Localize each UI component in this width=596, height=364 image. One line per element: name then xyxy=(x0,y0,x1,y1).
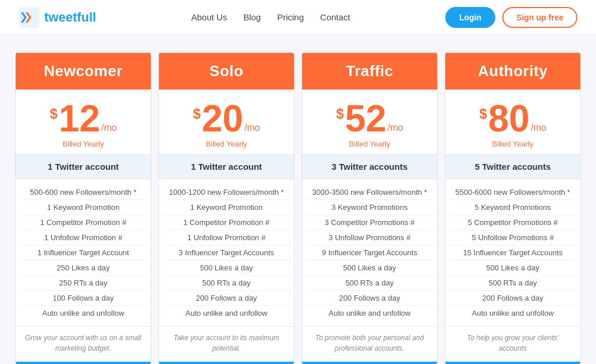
plan-card-solo: Solo $ 20 /mo Billed Yearly 1 Twitter ac… xyxy=(158,52,295,364)
per-month: /mo xyxy=(531,123,547,133)
plan-bottom-bar-solo xyxy=(159,362,294,364)
plan-name-authority: Authority xyxy=(445,53,580,90)
feature-item: Auto unlike and unfollow xyxy=(20,306,146,320)
feature-item: 5500-6000 new Followers/month * xyxy=(450,185,576,200)
feature-item: 1 Unfollow Promotion # xyxy=(20,230,146,245)
plan-card-authority: Authority $ 80 /mo Billed Yearly 5 Twitt… xyxy=(445,52,581,364)
price-value: 52 xyxy=(345,100,386,137)
plan-price-authority: $ 80 /mo xyxy=(479,100,546,137)
feature-item: 500 Likes a day xyxy=(450,260,576,276)
feature-item: 1 Keyword Promotion xyxy=(20,200,146,215)
plan-accounts-traffic: 3 Twitter accounts xyxy=(302,155,437,179)
feature-item: 1 Competitor Promotion # xyxy=(164,215,289,230)
dollar-sign: $ xyxy=(336,107,343,121)
plan-price-section-newcomer: $ 12 /mo Billed Yearly xyxy=(16,90,151,155)
plan-price-newcomer: $ 12 /mo xyxy=(49,100,116,137)
plan-tagline-authority: To help you grow your clients' accounts xyxy=(445,326,580,362)
nav-blog[interactable]: Blog xyxy=(243,12,261,22)
feature-item: 3 Competitor Promotions # xyxy=(307,215,432,230)
price-value: 20 xyxy=(202,100,243,137)
nav-links: About Us Blog Pricing Contact xyxy=(191,12,350,22)
feature-item: 5 Keyword Promotions xyxy=(450,200,576,215)
feature-item: 500 Likes a day xyxy=(164,260,289,276)
plan-card-newcomer: Newcomer $ 12 /mo Billed Yearly 1 Twitte… xyxy=(15,52,151,364)
plan-price-section-traffic: $ 52 /mo Billed Yearly xyxy=(302,90,437,155)
feature-item: 1 Competitor Promotion # xyxy=(20,215,146,230)
navbar: tweetfull About Us Blog Pricing Contact … xyxy=(0,0,596,35)
plan-features-authority: 5500-6000 new Followers/month *5 Keyword… xyxy=(445,179,580,326)
login-button[interactable]: Login xyxy=(445,7,495,28)
plan-features-traffic: 3000-3500 new Followers/month *3 Keyword… xyxy=(302,179,437,326)
feature-item: 5 Competitor Promotions # xyxy=(450,215,576,230)
plan-card-traffic: Traffic $ 52 /mo Billed Yearly 3 Twitter… xyxy=(301,52,438,364)
feature-item: 100 Follows a day xyxy=(20,291,146,306)
feature-item: 250 Likes a day xyxy=(20,260,146,276)
feature-item: 500 Likes a day xyxy=(307,260,432,276)
logo[interactable]: tweetfull xyxy=(19,7,96,28)
dollar-sign: $ xyxy=(479,107,487,121)
nav-about[interactable]: About Us xyxy=(191,12,227,22)
feature-item: 200 Follows a day xyxy=(307,291,432,306)
logo-text: tweetfull xyxy=(44,10,96,25)
nav-pricing[interactable]: Pricing xyxy=(277,12,304,22)
per-month: /mo xyxy=(101,123,117,133)
plan-price-section-authority: $ 80 /mo Billed Yearly xyxy=(445,90,580,155)
billing-period-traffic: Billed Yearly xyxy=(308,140,431,148)
per-month: /mo xyxy=(244,123,260,133)
feature-item: 1000-1200 new Followers/month * xyxy=(164,185,289,200)
plan-name-newcomer: Newcomer xyxy=(16,53,151,90)
feature-item: 15 Influencer Target Accounts xyxy=(450,245,576,260)
feature-item: 1 Keyword Promotion xyxy=(164,200,289,215)
nav-contact[interactable]: Contact xyxy=(320,12,350,22)
feature-item: Auto unlike and unfollow xyxy=(450,306,576,320)
signup-button[interactable]: Sign up free xyxy=(502,7,577,28)
plan-bottom-bar-authority xyxy=(445,362,580,364)
price-value: 80 xyxy=(488,100,530,137)
plan-price-traffic: $ 52 /mo xyxy=(336,100,403,137)
plan-tagline-solo: Take your account to its maximum potenti… xyxy=(159,326,294,362)
billing-period-newcomer: Billed Yearly xyxy=(22,140,145,148)
price-value: 12 xyxy=(59,100,100,137)
plan-price-section-solo: $ 20 /mo Billed Yearly xyxy=(159,90,294,155)
plan-features-solo: 1000-1200 new Followers/month *1 Keyword… xyxy=(159,179,294,326)
feature-item: 500 RTs a day xyxy=(307,276,432,291)
feature-item: 500-600 new Followers/month * xyxy=(20,185,146,200)
feature-item: 250 RTs a day xyxy=(20,276,146,291)
feature-item: 500 RTs a day xyxy=(450,276,576,291)
plan-tagline-traffic: To promote both your personal and profes… xyxy=(302,326,437,362)
plan-accounts-solo: 1 Twitter account xyxy=(159,155,294,179)
billing-period-authority: Billed Yearly xyxy=(451,140,574,148)
billing-period-solo: Billed Yearly xyxy=(165,140,288,148)
feature-item: Auto unlike and unfollow xyxy=(164,306,289,320)
plan-name-solo: Solo xyxy=(159,53,294,90)
feature-item: 500 RTs a day xyxy=(164,276,289,291)
logo-icon xyxy=(19,7,40,28)
feature-item: 200 Follows a day xyxy=(450,291,576,306)
plan-accounts-authority: 5 Twitter accounts xyxy=(445,155,580,179)
nav-actions: Login Sign up free xyxy=(445,7,577,28)
plan-accounts-newcomer: 1 Twitter account xyxy=(16,155,151,179)
plan-price-solo: $ 20 /mo xyxy=(193,100,260,137)
plan-bottom-bar-newcomer xyxy=(16,362,151,364)
per-month: /mo xyxy=(388,123,403,133)
svg-rect-0 xyxy=(19,7,40,28)
feature-item: 1 Influencer Target Account xyxy=(20,245,146,260)
dollar-sign: $ xyxy=(49,107,57,121)
feature-item: 5 Unfollow Promotions # xyxy=(450,230,576,245)
feature-item: 3 Keyword Promotions xyxy=(307,200,432,215)
feature-item: 3 Influencer Target Accounts xyxy=(164,245,289,260)
feature-item: 3000-3500 new Followers/month * xyxy=(307,185,432,200)
feature-item: 3 Unfollow Promotions # xyxy=(307,230,432,245)
plan-name-traffic: Traffic xyxy=(302,53,437,90)
feature-item: 1 Unfollow Promotion # xyxy=(164,230,289,245)
feature-item: 9 Influencer Target Accounts xyxy=(307,245,432,260)
pricing-grid: Newcomer $ 12 /mo Billed Yearly 1 Twitte… xyxy=(0,35,596,364)
feature-item: 200 Follows a day xyxy=(164,291,289,306)
plan-features-newcomer: 500-600 new Followers/month *1 Keyword P… xyxy=(16,179,151,326)
dollar-sign: $ xyxy=(193,107,200,121)
feature-item: Auto unlike and unfollow xyxy=(307,306,432,320)
plan-bottom-bar-traffic xyxy=(302,362,437,364)
plan-tagline-newcomer: Grow your account with us on a small mar… xyxy=(16,326,151,362)
